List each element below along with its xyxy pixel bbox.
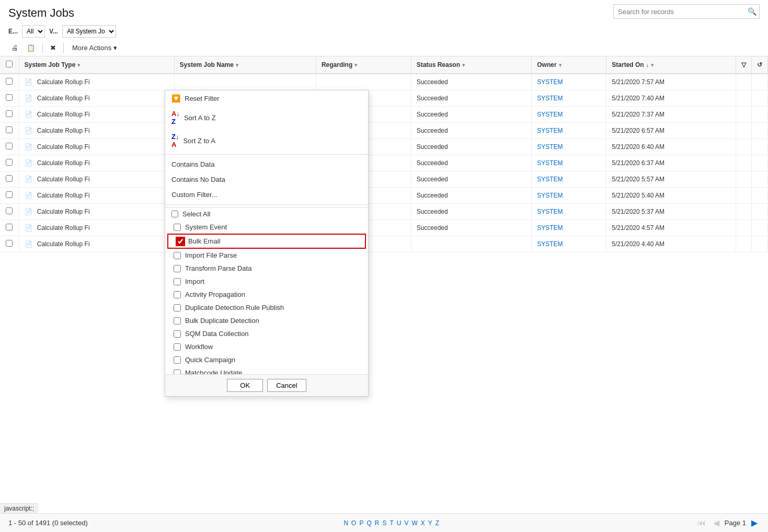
row-checkbox-cell[interactable] — [0, 236, 19, 252]
filter-bar: E... All V... All System Jo — [0, 23, 768, 40]
custom-filter-item[interactable]: Custom Filter... — [165, 187, 368, 202]
row-type: 📄 Calculate Rollup Fi — [19, 204, 174, 220]
col-header-status[interactable]: Status Reason ▾ — [411, 56, 532, 74]
row-type: 📄 Calculate Rollup Fi — [19, 74, 174, 90]
import-file-parse-item[interactable]: Import File Parse — [165, 249, 368, 252]
more-actions-button[interactable]: More Actions ▾ — [68, 42, 121, 54]
bulk-email-item[interactable]: Bulk Email — [167, 234, 366, 249]
row-checkbox[interactable] — [6, 143, 13, 149]
row-owner[interactable]: SYSTEM — [532, 107, 606, 123]
select-all-header[interactable] — [0, 56, 19, 74]
col-header-regarding[interactable]: Regarding ▾ — [316, 56, 411, 74]
row-checkbox-cell[interactable] — [0, 204, 19, 220]
select-all-item[interactable]: Select All — [165, 207, 368, 221]
row-checkbox[interactable] — [6, 207, 13, 214]
row-extra2 — [752, 139, 768, 155]
row-icon: 📄 — [25, 95, 32, 102]
row-checkbox[interactable] — [6, 94, 13, 101]
row-checkbox[interactable] — [6, 240, 13, 247]
col-owner-filter-icon[interactable]: ▾ — [559, 62, 561, 68]
col-header-owner[interactable]: Owner ▾ — [532, 56, 606, 74]
row-owner[interactable]: SYSTEM — [532, 171, 606, 188]
row-checkbox[interactable] — [6, 78, 13, 85]
row-type: 📄 Calculate Rollup Fi — [19, 155, 174, 171]
row-checkbox[interactable] — [6, 126, 13, 133]
row-owner[interactable]: SYSTEM — [532, 90, 606, 107]
row-started: 5/21/2020 4:40 AM — [606, 236, 736, 252]
row-checkbox[interactable] — [6, 159, 13, 166]
dropdown-divider-1 — [165, 154, 368, 155]
col-status-label: Status Reason — [417, 61, 460, 68]
row-checkbox-cell[interactable] — [0, 74, 19, 90]
col-header-type[interactable]: System Job Type ▾ — [19, 56, 174, 74]
bulk-email-cb[interactable] — [177, 238, 184, 245]
row-checkbox[interactable] — [6, 224, 13, 230]
search-input[interactable] — [613, 4, 760, 19]
system-event-item[interactable]: System Event — [165, 221, 368, 234]
refresh-icon: 🖨 — [12, 44, 18, 52]
table-row: 📄 Calculate Rollup Fi Succeeded SYSTEM 5… — [0, 155, 768, 171]
edit-button[interactable]: 📋 — [24, 42, 38, 54]
row-checkbox-cell[interactable] — [0, 188, 19, 204]
row-status: Succeeded — [411, 155, 532, 171]
refresh-button[interactable]: 🖨 — [8, 42, 21, 54]
col-regarding-label: Regarding — [322, 61, 352, 68]
row-checkbox[interactable] — [6, 191, 13, 198]
col-started-filter-icon[interactable]: ▾ — [651, 62, 654, 68]
system-event-cb[interactable] — [174, 224, 181, 231]
row-owner[interactable]: SYSTEM — [532, 74, 606, 90]
reset-filter-item[interactable]: 🔽 Reset Filter — [165, 90, 368, 106]
row-owner[interactable]: SYSTEM — [532, 204, 606, 220]
row-owner[interactable]: SYSTEM — [532, 236, 606, 252]
row-owner[interactable]: SYSTEM — [532, 123, 606, 139]
row-checkbox-cell[interactable] — [0, 171, 19, 188]
v-filter-select[interactable]: All System Jo — [62, 25, 116, 38]
e-filter-select[interactable]: All — [22, 25, 45, 38]
row-checkbox-cell[interactable] — [0, 107, 19, 123]
row-started: 5/21/2020 5:40 AM — [606, 188, 736, 204]
import-file-parse-cb[interactable] — [174, 252, 181, 253]
filter-all-icon[interactable]: ▽ — [741, 61, 746, 68]
col-regarding-filter-icon[interactable]: ▾ — [354, 62, 357, 68]
select-all-checkbox[interactable] — [6, 61, 13, 67]
row-type: 📄 Calculate Rollup Fi — [19, 236, 174, 252]
row-owner[interactable]: SYSTEM — [532, 220, 606, 236]
contains-data-item[interactable]: Contains Data — [165, 157, 368, 172]
col-started-label: Started On — [612, 61, 644, 68]
col-name-filter-icon[interactable]: ▾ — [236, 62, 238, 68]
col-status-filter-icon[interactable]: ▾ — [462, 62, 465, 68]
col-type-filter-icon[interactable]: ▾ — [77, 62, 80, 68]
row-checkbox-cell[interactable] — [0, 139, 19, 155]
row-owner[interactable]: SYSTEM — [532, 188, 606, 204]
row-extra2 — [752, 204, 768, 220]
row-checkbox-cell[interactable] — [0, 123, 19, 139]
sort-za-item[interactable]: Z↓A Sort Z to A — [165, 129, 368, 152]
row-owner[interactable]: SYSTEM — [532, 155, 606, 171]
sort-az-item[interactable]: A↓Z Sort A to Z — [165, 106, 368, 129]
row-checkbox[interactable] — [6, 175, 13, 182]
row-checkbox-cell[interactable] — [0, 90, 19, 107]
row-regarding — [316, 74, 411, 90]
row-extra1 — [736, 155, 752, 171]
table-row: 📄 Calculate Rollup Fi Succeeded SYSTEM 5… — [0, 139, 768, 155]
custom-filter-label: Custom Filter... — [171, 191, 217, 199]
col-header-name[interactable]: System Job Name ▾ — [174, 56, 316, 74]
row-type: 📄 Calculate Rollup Fi — [19, 107, 174, 123]
refresh-table-icon[interactable]: ↺ — [757, 61, 762, 68]
row-checkbox[interactable] — [6, 110, 13, 117]
row-icon: 📄 — [25, 176, 32, 183]
row-type: 📄 Calculate Rollup Fi — [19, 220, 174, 236]
delete-button[interactable]: ✖ — [47, 42, 59, 54]
row-checkbox-cell[interactable] — [0, 155, 19, 171]
row-type: 📄 Calculate Rollup Fi — [19, 123, 174, 139]
col-type-label: System Job Type — [25, 61, 76, 68]
col-header-filter-all[interactable]: ▽ — [736, 56, 752, 74]
row-owner[interactable]: SYSTEM — [532, 139, 606, 155]
contains-no-data-item[interactable]: Contains No Data — [165, 172, 368, 187]
sort-az-label: Sort A to Z — [184, 114, 216, 122]
select-all-cb[interactable] — [171, 211, 178, 217]
filter-dropdown-inner: 🔽 Reset Filter A↓Z Sort A to Z Z↓A Sort … — [165, 90, 368, 252]
col-header-refresh[interactable]: ↺ — [752, 56, 768, 74]
col-header-started[interactable]: Started On ↓ ▾ — [606, 56, 736, 74]
row-checkbox-cell[interactable] — [0, 220, 19, 236]
